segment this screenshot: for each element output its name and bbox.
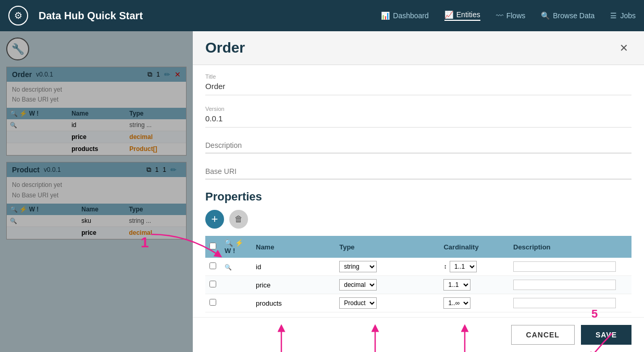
row-name: price bbox=[252, 276, 335, 294]
jobs-icon: ☰ bbox=[610, 11, 617, 20]
th-description: Description bbox=[509, 236, 631, 258]
dashboard-icon: 📊 bbox=[381, 11, 390, 20]
add-property-button[interactable]: + bbox=[205, 210, 224, 229]
properties-table: 🔍 ⚡ W ! Name Type Cardinality Descriptio… bbox=[205, 236, 631, 312]
title-field: Title Order bbox=[205, 73, 631, 95]
th-cardinality: Cardinality bbox=[439, 236, 509, 258]
nav-flows[interactable]: 〰 Flows bbox=[496, 11, 526, 20]
modal-header: Order ✕ bbox=[193, 31, 644, 65]
row-type: string decimal Product integer bbox=[335, 276, 439, 294]
description-field bbox=[205, 138, 631, 154]
row-icons: 🔍 bbox=[220, 258, 252, 276]
row-cardinality: 1..1 0..1 1..∞ 0..∞ bbox=[439, 276, 509, 294]
version-label: Version bbox=[205, 106, 631, 112]
th-name: Name bbox=[252, 236, 335, 258]
row-price-desc[interactable] bbox=[513, 280, 616, 290]
row-price-type-select[interactable]: string decimal Product integer bbox=[339, 279, 377, 291]
row-cardinality: 1..1 0..1 1..∞ 0..∞ bbox=[439, 294, 509, 312]
modal-footer: CANCEL SAVE bbox=[193, 317, 644, 352]
row-icons bbox=[220, 276, 252, 294]
version-value: 0.0.1 bbox=[205, 114, 631, 128]
nav-browse-data[interactable]: 🔍 Browse Data bbox=[541, 11, 595, 20]
version-field: Version 0.0.1 bbox=[205, 106, 631, 128]
save-button[interactable]: SAVE bbox=[581, 325, 631, 345]
nav-dashboard[interactable]: 📊 Dashboard bbox=[381, 11, 429, 20]
delete-property-button[interactable]: 🗑 bbox=[229, 210, 248, 229]
row-products-cardinality-select[interactable]: 1..1 0..1 1..∞ 0..∞ bbox=[443, 297, 470, 309]
modal-title: Order bbox=[205, 40, 616, 56]
row-name: products bbox=[252, 294, 335, 312]
app-title: Data Hub Quick Start bbox=[39, 10, 143, 22]
row-description bbox=[509, 258, 631, 276]
flows-icon: 〰 bbox=[496, 11, 503, 20]
th-checkbox bbox=[205, 236, 220, 258]
row-checkbox bbox=[205, 258, 220, 276]
row-id-cardinality-select[interactable]: 1..1 0..1 1..∞ 0..∞ bbox=[450, 261, 477, 272]
modal-close-button[interactable]: ✕ bbox=[616, 40, 631, 56]
properties-section: Properties + 🗑 🔍 bbox=[205, 190, 631, 312]
cancel-button[interactable]: CANCEL bbox=[511, 325, 575, 345]
properties-title: Properties bbox=[205, 190, 631, 204]
add-icon: + bbox=[212, 212, 218, 226]
property-row-id: 🔍 id string decimal Product integer bbox=[205, 258, 631, 276]
order-modal: Order ✕ Title Order Version 0.0.1 bbox=[193, 31, 644, 352]
top-nav: ⚙ Data Hub Quick Start 📊 Dashboard 📈 Ent… bbox=[0, 0, 644, 31]
title-value: Order bbox=[205, 82, 631, 95]
row-id-checkbox[interactable] bbox=[209, 262, 216, 269]
title-label: Title bbox=[205, 73, 631, 80]
row-name: id bbox=[252, 258, 335, 276]
browse-data-icon: 🔍 bbox=[541, 11, 550, 20]
row-id-desc[interactable] bbox=[513, 261, 616, 272]
th-icons: 🔍 ⚡ W ! bbox=[220, 236, 252, 258]
nav-jobs[interactable]: ☰ Jobs bbox=[610, 11, 636, 20]
row-price-cardinality-select[interactable]: 1..1 0..1 1..∞ 0..∞ bbox=[443, 279, 470, 291]
row-cardinality: ↕ 1..1 0..1 1..∞ 0..∞ bbox=[439, 258, 509, 276]
description-input[interactable] bbox=[205, 138, 631, 153]
nav-items: 📊 Dashboard 📈 Entities 〰 Flows 🔍 Browse … bbox=[381, 10, 636, 21]
nav-entities[interactable]: 📈 Entities bbox=[444, 10, 480, 21]
row-description bbox=[509, 276, 631, 294]
row-checkbox bbox=[205, 276, 220, 294]
base-uri-input[interactable] bbox=[205, 164, 631, 179]
properties-actions: + 🗑 bbox=[205, 210, 631, 229]
row-type: string decimal Product integer bbox=[335, 258, 439, 276]
row-products-checkbox[interactable] bbox=[209, 299, 216, 306]
app-logo: ⚙ bbox=[8, 6, 28, 26]
property-row-products: products string decimal Product integer bbox=[205, 294, 631, 312]
row-products-desc[interactable] bbox=[513, 298, 616, 308]
property-row-price: price string decimal Product integer bbox=[205, 276, 631, 294]
main-area: 🔧 Order v0.0.1 ⧉ 1 ✏ ✕ No description ye… bbox=[0, 31, 644, 352]
row-type: string decimal Product integer bbox=[335, 294, 439, 312]
base-uri-field bbox=[205, 164, 631, 180]
entities-icon: 📈 bbox=[444, 10, 453, 19]
row-price-checkbox[interactable] bbox=[209, 281, 216, 287]
delete-icon: 🗑 bbox=[234, 215, 243, 224]
row-id-type-select[interactable]: string decimal Product integer bbox=[339, 261, 377, 272]
modal-body: Title Order Version 0.0.1 Properties bbox=[193, 65, 644, 317]
row-products-type-select[interactable]: string decimal Product integer bbox=[339, 297, 377, 309]
th-type: Type bbox=[335, 236, 439, 258]
row-checkbox bbox=[205, 294, 220, 312]
select-all-checkbox[interactable] bbox=[209, 243, 216, 249]
row-icons bbox=[220, 294, 252, 312]
row-description bbox=[509, 294, 631, 312]
logo-icon: ⚙ bbox=[14, 10, 22, 21]
